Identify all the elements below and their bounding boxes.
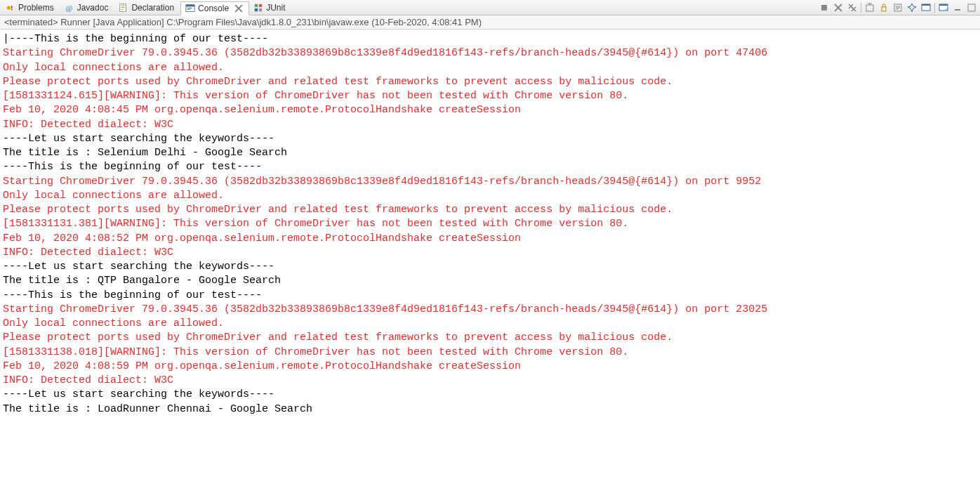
tab-declaration[interactable]: Declaration [114, 1, 180, 15]
console-line: Please protect ports used by ChromeDrive… [3, 203, 977, 217]
svg-rect-16 [255, 8, 258, 11]
remove-launch-button[interactable] [833, 2, 844, 13]
svg-rect-36 [968, 4, 975, 11]
console-line: Starting ChromeDriver 79.0.3945.36 (3582… [3, 46, 977, 60]
launch-status: <terminated> Runner [Java Application] C… [0, 15, 980, 30]
console-line: ----This is the beginning of our test---… [3, 289, 977, 303]
console-line: Feb 10, 2020 4:08:45 PM org.openqa.selen… [3, 103, 977, 117]
console-line: Please protect ports used by ChromeDrive… [3, 331, 977, 345]
svg-rect-35 [955, 9, 960, 11]
console-line: INFO: Detected dialect: W3C [3, 118, 977, 132]
tab-label: JUnit [266, 3, 285, 13]
svg-rect-25 [866, 5, 873, 11]
problems-icon [6, 3, 15, 13]
console-line: INFO: Detected dialect: W3C [3, 246, 977, 260]
scroll-lock-button[interactable] [878, 2, 889, 13]
console-line: Feb 10, 2020 4:08:59 PM org.openqa.selen… [3, 360, 977, 374]
svg-rect-33 [939, 4, 948, 6]
svg-text:+: + [945, 7, 948, 12]
close-icon[interactable] [234, 4, 243, 13]
svg-rect-11 [187, 8, 190, 9]
javadoc-icon: @ [65, 3, 74, 13]
tab-console[interactable]: Console [180, 1, 249, 15]
declaration-icon [119, 3, 128, 13]
svg-rect-28 [882, 7, 886, 11]
tab-label: Console [198, 4, 229, 13]
svg-rect-18 [821, 5, 827, 11]
tab-label: Declaration [131, 3, 174, 13]
console-line: Only local connections are allowed. [3, 189, 977, 203]
tab-javadoc[interactable]: @ Javadoc [60, 1, 115, 15]
svg-rect-1 [11, 6, 13, 8]
clear-console-button[interactable] [864, 2, 875, 13]
console-line: [1581331124.615][WARNING]: This version … [3, 89, 977, 103]
console-line: Starting ChromeDriver 79.0.3945.36 (3582… [3, 175, 977, 189]
console-line: The title is : Selenium Delhi - Google S… [3, 146, 977, 160]
console-line: INFO: Detected dialect: W3C [3, 374, 977, 388]
console-line: Please protect ports used by ChromeDrive… [3, 75, 977, 89]
console-line: Only local connections are allowed. [3, 61, 977, 75]
svg-rect-10 [187, 8, 192, 8]
console-line: Only local connections are allowed. [3, 317, 977, 331]
console-line: [1581331131.381][WARNING]: This version … [3, 217, 977, 231]
svg-rect-31 [922, 4, 930, 6]
pin-console-button[interactable] [906, 2, 918, 13]
console-toolbar: + [819, 2, 980, 13]
tab-junit[interactable]: JUnit [249, 1, 291, 15]
console-line: ----Let us start searching the keywords-… [3, 388, 977, 402]
view-tabbar: Problems @ Javadoc Declaration Console J… [0, 0, 980, 15]
svg-text:@: @ [65, 4, 72, 11]
console-output[interactable]: |----This is the beginning of our test--… [0, 30, 980, 419]
maximize-button[interactable] [966, 2, 977, 13]
svg-rect-7 [121, 8, 124, 9]
remove-all-button[interactable] [847, 2, 858, 13]
console-line: ----Let us start searching the keywords-… [3, 132, 977, 146]
toolbar-separator [934, 3, 935, 13]
console-line: Feb 10, 2020 4:08:52 PM org.openqa.selen… [3, 232, 977, 246]
tab-label: Problems [18, 3, 54, 13]
tab-label: Javadoc [77, 3, 109, 13]
junit-icon [253, 3, 263, 13]
svg-rect-5 [121, 5, 125, 6]
display-console-button[interactable] [920, 2, 932, 13]
console-line: |----This is the beginning of our test--… [3, 32, 977, 46]
console-icon [185, 4, 195, 13]
minimize-button[interactable] [952, 2, 963, 13]
console-line: [1581331138.018][WARNING]: This version … [3, 346, 977, 360]
svg-rect-6 [121, 7, 125, 8]
svg-rect-9 [186, 4, 194, 6]
svg-point-0 [7, 6, 11, 9]
svg-rect-15 [259, 4, 262, 6]
console-line: The title is : QTP Bangalore - Google Se… [3, 274, 977, 288]
console-line: ----This is the beginning of our test---… [3, 160, 977, 174]
open-console-button[interactable]: + [938, 2, 949, 13]
tab-problems[interactable]: Problems [1, 1, 60, 15]
toolbar-separator [861, 3, 861, 13]
console-line: Starting ChromeDriver 79.0.3945.36 (3582… [3, 303, 977, 317]
svg-rect-14 [255, 4, 258, 6]
svg-rect-17 [259, 8, 262, 11]
console-line: The title is : LoadRunner Chennai - Goog… [3, 402, 977, 417]
console-line: ----Let us start searching the keywords-… [3, 260, 977, 274]
word-wrap-button[interactable] [892, 2, 903, 13]
svg-rect-2 [11, 8, 13, 10]
terminate-button[interactable] [819, 2, 830, 13]
